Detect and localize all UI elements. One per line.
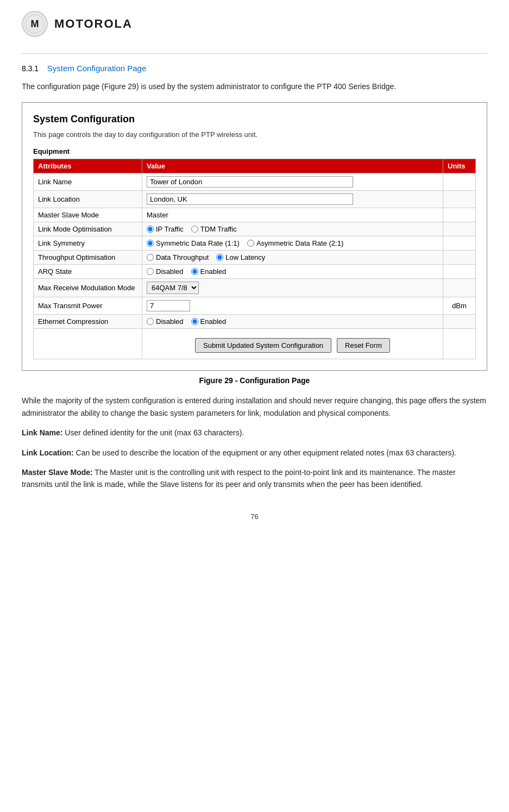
attr-eth-compression: Ethernet Compression bbox=[34, 315, 142, 329]
table-row: Throughput Optimisation Data Throughput … bbox=[34, 251, 476, 265]
attr-arq: ARQ State bbox=[34, 265, 142, 279]
body-para-2: Link Name: User defined identity for the… bbox=[22, 427, 487, 439]
units-link-mode bbox=[443, 222, 476, 236]
button-row-cell: Submit Updated System Configuration Rese… bbox=[142, 329, 443, 359]
units-throughput bbox=[443, 251, 476, 265]
radio-ip-traffic[interactable]: IP Traffic bbox=[147, 225, 184, 233]
attr-max-rx-mod: Max Receive Modulation Mode bbox=[34, 279, 142, 297]
config-table: Attributes Value Units Link Name Link Lo… bbox=[33, 159, 476, 359]
svg-text:M: M bbox=[31, 18, 39, 29]
attr-link-location: Link Location bbox=[34, 191, 142, 208]
table-row: Link Name bbox=[34, 173, 476, 191]
units-link-location bbox=[443, 191, 476, 208]
button-row-units-cell bbox=[443, 329, 476, 359]
units-master-slave bbox=[443, 208, 476, 222]
motorola-logo: M bbox=[22, 11, 48, 37]
radio-symmetric[interactable]: Symmetric Data Rate (1:1) bbox=[147, 239, 240, 247]
intro-paragraph: The configuration page (Figure 29) is us… bbox=[22, 80, 487, 92]
header-divider bbox=[22, 53, 487, 54]
table-row: ARQ State Disabled Enabled bbox=[34, 265, 476, 279]
attr-throughput: Throughput Optimisation bbox=[34, 251, 142, 265]
units-max-rx-mod bbox=[443, 279, 476, 297]
button-row-empty-cell bbox=[34, 329, 142, 359]
equipment-label: Equipment bbox=[33, 147, 476, 155]
radio-eth-disabled[interactable]: Disabled bbox=[147, 317, 184, 326]
val-eth-compression: Disabled Enabled bbox=[142, 315, 443, 329]
attr-link-mode: Link Mode Optimisation bbox=[34, 222, 142, 236]
table-row: Link Location bbox=[34, 191, 476, 208]
val-link-location bbox=[142, 191, 443, 208]
attr-max-tx-power: Max Transmit Power bbox=[34, 297, 142, 315]
radio-low-latency[interactable]: Low Latency bbox=[216, 253, 265, 261]
table-row: Ethernet Compression Disabled Enabled bbox=[34, 315, 476, 329]
units-eth-compression bbox=[443, 315, 476, 329]
radio-data-throughput[interactable]: Data Throughput bbox=[147, 253, 209, 261]
val-link-name bbox=[142, 173, 443, 191]
link-location-input[interactable] bbox=[147, 193, 353, 205]
table-row: Max Receive Modulation Mode 64QAM 7/8 bbox=[34, 279, 476, 297]
col-header-units: Units bbox=[443, 159, 476, 173]
table-row: Master Slave Mode Master bbox=[34, 208, 476, 222]
col-header-attributes: Attributes bbox=[34, 159, 142, 173]
section-number: 8.3.1 bbox=[22, 64, 39, 73]
val-link-mode: IP Traffic TDM Traffic bbox=[142, 222, 443, 236]
figure-box: System Configuration This page controls … bbox=[22, 102, 487, 371]
reset-button[interactable]: Reset Form bbox=[337, 338, 390, 353]
page-number: 76 bbox=[22, 513, 487, 521]
max-tx-power-input[interactable] bbox=[147, 300, 190, 311]
bold-master-slave: Master Slave Mode: bbox=[22, 468, 93, 477]
table-row: Max Transmit Power dBm bbox=[34, 297, 476, 315]
radio-eth-enabled[interactable]: Enabled bbox=[191, 317, 227, 326]
figure-title: System Configuration bbox=[33, 114, 476, 125]
page-header: M MOTOROLA bbox=[22, 11, 487, 37]
max-rx-mod-select[interactable]: 64QAM 7/8 bbox=[147, 282, 199, 294]
val-master-slave: Master bbox=[142, 208, 443, 222]
submit-button[interactable]: Submit Updated System Configuration bbox=[195, 338, 331, 353]
radio-tdm-traffic[interactable]: TDM Traffic bbox=[191, 225, 237, 233]
radio-asymmetric[interactable]: Asymmetric Data Rate (2:1) bbox=[247, 239, 343, 247]
units-arq bbox=[443, 265, 476, 279]
brand-name: MOTOROLA bbox=[54, 17, 133, 31]
units-link-symmetry bbox=[443, 236, 476, 251]
body-para-4: Master Slave Mode: The Master unit is th… bbox=[22, 466, 487, 491]
section-heading-row: 8.3.1 System Configuration Page bbox=[22, 64, 487, 73]
bold-link-location: Link Location: bbox=[22, 448, 74, 457]
figure-subtitle: This page controls the day to day config… bbox=[33, 130, 476, 139]
body-para-3: Link Location: Can be used to describe t… bbox=[22, 447, 487, 459]
units-link-name bbox=[443, 173, 476, 191]
body-para-1: While the majority of the system configu… bbox=[22, 395, 487, 419]
radio-arq-disabled[interactable]: Disabled bbox=[147, 267, 184, 276]
table-row: Link Symmetry Symmetric Data Rate (1:1) … bbox=[34, 236, 476, 251]
link-name-input[interactable] bbox=[147, 176, 353, 188]
bold-link-name: Link Name: bbox=[22, 428, 62, 437]
units-max-tx-power: dBm bbox=[443, 297, 476, 315]
radio-arq-enabled[interactable]: Enabled bbox=[191, 267, 227, 276]
table-row: Link Mode Optimisation IP Traffic TDM Tr… bbox=[34, 222, 476, 236]
section-title: System Configuration Page bbox=[47, 64, 147, 73]
figure-caption: Figure 29 - Configuration Page bbox=[22, 376, 487, 385]
button-row: Submit Updated System Configuration Rese… bbox=[34, 329, 476, 359]
val-arq: Disabled Enabled bbox=[142, 265, 443, 279]
val-link-symmetry: Symmetric Data Rate (1:1) Asymmetric Dat… bbox=[142, 236, 443, 251]
val-throughput: Data Throughput Low Latency bbox=[142, 251, 443, 265]
attr-link-symmetry: Link Symmetry bbox=[34, 236, 142, 251]
col-header-value: Value bbox=[142, 159, 443, 173]
val-max-rx-mod: 64QAM 7/8 bbox=[142, 279, 443, 297]
attr-link-name: Link Name bbox=[34, 173, 142, 191]
attr-master-slave: Master Slave Mode bbox=[34, 208, 142, 222]
val-max-tx-power bbox=[142, 297, 443, 315]
